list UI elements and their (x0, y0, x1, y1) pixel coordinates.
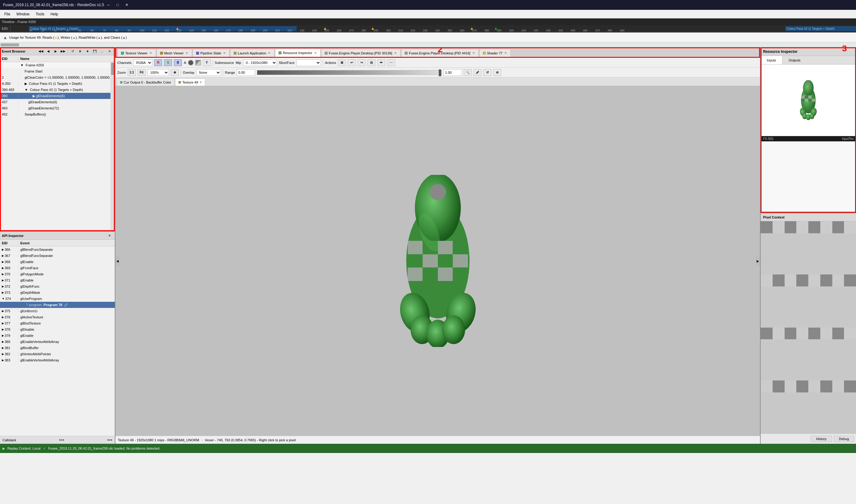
ri-tab-inputs[interactable]: Inputs (760, 56, 783, 64)
tab-close-texture[interactable]: ✕ (149, 51, 153, 55)
eb-row-483[interactable]: 483 glDrawElements(72) (0, 105, 115, 111)
range-reset-btn[interactable]: ↺ (483, 69, 491, 76)
tab-close-fusee1[interactable]: ✕ (394, 51, 397, 55)
api-row-377[interactable]: ▶ 377 glBindTexture (0, 320, 115, 326)
eb-star-btn[interactable]: ★ (84, 48, 91, 54)
hscroll[interactable] (0, 42, 856, 47)
api-row-367[interactable]: ▶ 367 glBlendFuncSeparate (0, 253, 115, 259)
action-btn4[interactable]: ⊟ (367, 59, 375, 66)
eb-play-btn[interactable]: ▶ (52, 48, 59, 54)
api-row-383[interactable]: ▶ 383 glEnableVertexAttribArray (0, 357, 115, 363)
zoom-11-btn[interactable]: 1:1 (128, 69, 136, 76)
tab-launch[interactable]: Launch Application ✕ (230, 49, 274, 57)
fit-btn[interactable]: Fit (138, 69, 145, 76)
api-row-372[interactable]: ▶ 372 glDepthFunc (0, 283, 115, 289)
range-search-btn[interactable]: 🔍 (464, 69, 472, 76)
ri-tab-outputs[interactable]: Outputs (783, 56, 807, 64)
scroll-right-btn[interactable]: ▶ (756, 256, 760, 266)
eb-row-clear[interactable]: 2 glClearColor = <1.000000, 1.000000, 1.… (0, 74, 115, 80)
sub-tab-close-tex49[interactable]: ✕ (200, 80, 202, 84)
close-button[interactable]: ✕ (122, 2, 131, 8)
tab-close-resource[interactable]: ✕ (313, 51, 317, 55)
api-row-373[interactable]: ▶ 373 glDepthMask (0, 289, 115, 295)
range-bar[interactable] (257, 70, 442, 75)
eb-next-btn[interactable]: ▶▶ (60, 48, 67, 54)
action-btn3[interactable]: ↪ (358, 59, 365, 66)
api-row-379[interactable]: ▶ 379 glEnable (0, 332, 115, 339)
menu-window[interactable]: Window (13, 11, 33, 18)
range-min-input[interactable] (237, 69, 255, 76)
tab-close-shader[interactable]: ✕ (504, 51, 508, 55)
eb-save-btn[interactable]: 💾 (91, 48, 98, 54)
eb-row-390[interactable]: 390 ▶ glDrawElements(6) (0, 93, 115, 99)
api-row-381[interactable]: ▶ 381 glBindBuffer (0, 345, 115, 351)
action-btn5[interactable]: ✏ (377, 59, 385, 66)
eb-row-framestart[interactable]: Frame Start (0, 68, 115, 74)
tab-shader[interactable]: Shader 77 ✕ (479, 49, 511, 57)
api-table-body[interactable]: ▶ 366 glBlendFuncSeparate ▶ 367 glBlendF… (0, 247, 115, 436)
eb-row-frame[interactable]: ▼ Frame #259 (0, 62, 115, 68)
api-row-378[interactable]: ▶ 378 glDisable (0, 326, 115, 332)
eid-input[interactable] (11, 27, 23, 31)
sub-tab-output[interactable]: Cur Output 0 - Backbuffer Color (117, 78, 174, 86)
maximize-button[interactable]: □ (113, 2, 122, 8)
menu-tools[interactable]: Tools (33, 11, 47, 18)
debug-btn[interactable]: Debug (834, 436, 854, 442)
api-row-375[interactable]: ▶ 375 glUniform1i (0, 308, 115, 314)
eb-prev-prev-btn[interactable]: ◀◀ (37, 48, 44, 54)
callstack-dots-left[interactable]: ••• (59, 437, 64, 443)
eb-table-body[interactable]: ▼ Frame #259 Frame Start 2 glClearColor … (0, 62, 115, 231)
tab-mesh-viewer[interactable]: Mesh Viewer ✕ (157, 49, 192, 57)
range-more-btn[interactable]: ⊘ (493, 69, 501, 76)
eb-refresh-btn[interactable]: ↺ (69, 48, 76, 54)
api-row-382[interactable]: ▶ 382 glVertexAttribPointer (0, 351, 115, 357)
tab-resource-inspector[interactable]: Resource Inspector ✕ (275, 49, 320, 57)
tab-close-fusee2[interactable]: ✕ (472, 51, 475, 55)
action-btn6[interactable]: ⋯ (387, 59, 395, 66)
tab-pipeline[interactable]: Pipeline State ✕ (193, 49, 229, 57)
action-btn1[interactable]: ⊞ (338, 59, 346, 66)
menu-file[interactable]: File (1, 11, 13, 18)
zoom-more-btn[interactable]: ⊕ (171, 69, 179, 76)
zoom-select[interactable]: 100% (148, 69, 169, 76)
slice-select[interactable] (296, 59, 321, 66)
api-row-program[interactable]: └ program Program 78 🔗 (0, 302, 115, 308)
range-pick-btn[interactable]: 🖊 (474, 69, 481, 76)
eb-row-pass2[interactable]: 390-483 ▼ Colour Pass #2 (1 Targets + De… (0, 87, 115, 93)
api-row-369[interactable]: ▶ 369 glFrontFace (0, 265, 115, 271)
eb-add-btn[interactable]: ⊕ (76, 48, 83, 54)
eb-scrollbar[interactable] (110, 62, 115, 231)
api-row-374[interactable]: ▼ 374 glUseProgram (0, 295, 115, 302)
range-handle[interactable] (439, 70, 441, 76)
api-row-366[interactable]: ▶ 366 glBlendFuncSeparate (0, 247, 115, 253)
api-inspector-close-btn[interactable]: ✕ (106, 233, 113, 239)
action-btn2[interactable]: ↩ (348, 59, 356, 66)
scroll-left-btn[interactable]: ◀ (115, 256, 120, 266)
eb-prev-btn[interactable]: ◀ (45, 48, 52, 54)
tab-fusee1[interactable]: Fusee.Engine.Player.Desktop [PID 30136] … (321, 49, 400, 57)
tab-close-pipeline[interactable]: ✕ (222, 51, 226, 55)
b-button[interactable]: B (174, 59, 182, 66)
r-button[interactable]: R (154, 59, 162, 66)
eb-more-btn[interactable]: … (99, 48, 105, 54)
tab-close-launch[interactable]: ✕ (268, 51, 271, 55)
sub-tab-texture49[interactable]: Texture 49 ✕ (175, 78, 205, 86)
overlay-select[interactable]: None (196, 69, 221, 76)
mip-select[interactable]: 0 - 1920x1080 (243, 59, 277, 66)
history-btn[interactable]: History (811, 436, 832, 442)
api-row-371[interactable]: ▶ 371 glEnable (0, 277, 115, 283)
channels-select[interactable]: RGBA (133, 59, 152, 66)
api-row-368[interactable]: ▶ 368 glEnable (0, 259, 115, 265)
eb-close-btn[interactable]: ✕ (106, 48, 113, 54)
api-row-376[interactable]: ▶ 376 glActiveTexture (0, 314, 115, 320)
range-max-input[interactable] (443, 69, 462, 76)
g-button[interactable]: G (164, 59, 172, 66)
callstack-dots[interactable]: ••• (107, 437, 112, 443)
api-row-370[interactable]: ▶ 370 glPolygonMode (0, 271, 115, 277)
tab-close-mesh[interactable]: ✕ (185, 51, 189, 55)
api-row-380[interactable]: ▶ 380 glEnableVertexAttribArray (0, 339, 115, 345)
menu-help[interactable]: Help (47, 11, 61, 18)
tab-texture-viewer[interactable]: Texture Viewer ✕ (118, 49, 156, 57)
minimize-button[interactable]: ─ (104, 2, 113, 8)
y-button[interactable]: Y (203, 59, 211, 66)
